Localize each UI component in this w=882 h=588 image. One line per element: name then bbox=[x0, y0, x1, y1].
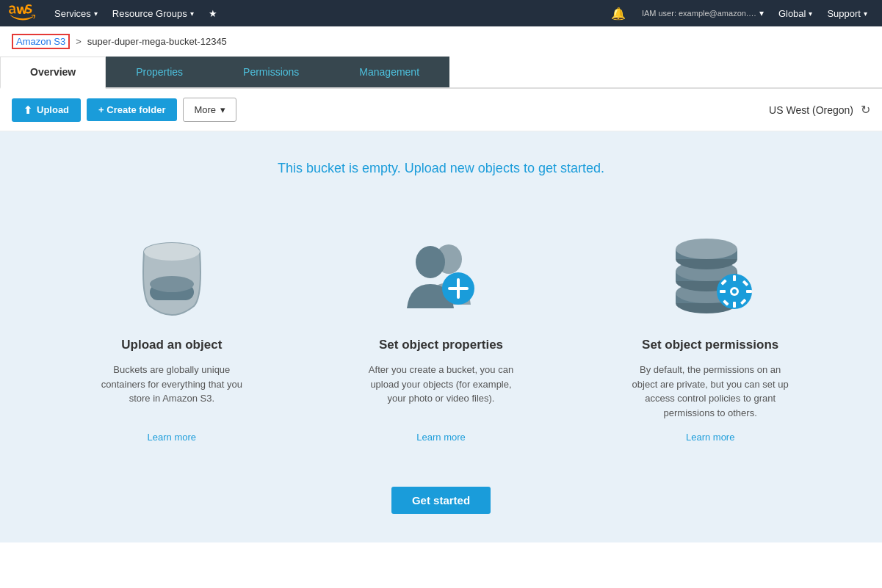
amazon-s3-link[interactable]: Amazon S3 bbox=[12, 34, 70, 49]
bucket-name: super-duper-mega-bucket-12345 bbox=[87, 36, 227, 47]
services-chevron: ▾ bbox=[94, 10, 98, 18]
svg-rect-19 bbox=[733, 275, 736, 281]
svg-point-17 bbox=[676, 239, 737, 259]
user-text: IAM user: example@amazon.com bbox=[642, 9, 759, 18]
card1-learn-more[interactable]: Learn more bbox=[148, 432, 196, 443]
card1-title: Upload an object bbox=[121, 338, 222, 352]
set-properties-icon bbox=[394, 228, 489, 323]
upload-object-icon bbox=[124, 228, 220, 323]
tab-properties[interactable]: Properties bbox=[106, 57, 213, 87]
upload-icon: ⬆ bbox=[24, 104, 32, 116]
empty-bucket-message: This bucket is empty. Upload new objects… bbox=[278, 161, 604, 176]
region-label: US West (Oregon) bbox=[769, 104, 853, 116]
more-chevron-icon: ▾ bbox=[220, 104, 225, 115]
main-content: This bucket is empty. Upload new objects… bbox=[0, 131, 882, 542]
resource-groups-chevron: ▾ bbox=[190, 10, 194, 18]
upload-button[interactable]: ⬆ Upload bbox=[12, 98, 81, 122]
svg-point-29 bbox=[732, 289, 737, 294]
breadcrumb: Amazon S3 > super-duper-mega-bucket-1234… bbox=[0, 26, 882, 57]
tab-permissions[interactable]: Permissions bbox=[213, 57, 329, 87]
card2-title: Set object properties bbox=[379, 338, 503, 352]
card1-description: Buckets are globally unique containers f… bbox=[91, 363, 253, 406]
svg-rect-8 bbox=[448, 287, 469, 290]
more-button[interactable]: More ▾ bbox=[183, 98, 236, 122]
svg-rect-22 bbox=[746, 290, 752, 293]
svg-rect-21 bbox=[720, 290, 726, 293]
nav-right: 🔔 IAM user: example@amazon.com ▾ Global … bbox=[602, 0, 875, 26]
top-navigation: Services ▾ Resource Groups ▾ ★ 🔔 IAM use… bbox=[0, 0, 882, 26]
create-folder-button[interactable]: + Create folder bbox=[87, 98, 177, 121]
support-chevron: ▾ bbox=[864, 10, 867, 18]
support-menu[interactable]: Support ▾ bbox=[820, 0, 875, 26]
svg-point-5 bbox=[416, 246, 445, 278]
user-chevron: ▾ bbox=[759, 8, 764, 18]
feature-cards: Upload an object Buckets are globally un… bbox=[37, 213, 845, 457]
tabs-container: Overview Properties Permissions Manageme… bbox=[0, 57, 882, 89]
star-icon: ★ bbox=[209, 8, 217, 19]
properties-card: Set object properties After you create a… bbox=[306, 213, 576, 457]
toolbar: ⬆ Upload + Create folder More ▾ US West … bbox=[0, 89, 882, 131]
breadcrumb-separator: > bbox=[76, 36, 82, 47]
region-display: US West (Oregon) ↻ bbox=[769, 103, 870, 117]
tab-management[interactable]: Management bbox=[329, 57, 449, 87]
upload-card: Upload an object Buckets are globally un… bbox=[37, 213, 307, 457]
services-nav[interactable]: Services ▾ bbox=[47, 0, 105, 26]
resource-groups-nav[interactable]: Resource Groups ▾ bbox=[105, 0, 201, 26]
card3-description: By default, the permissions on an object… bbox=[629, 363, 791, 420]
bookmarks-nav[interactable]: ★ bbox=[201, 0, 225, 26]
svg-point-1 bbox=[144, 243, 200, 261]
refresh-icon[interactable]: ↻ bbox=[861, 103, 870, 117]
aws-logo[interactable] bbox=[7, 4, 35, 22]
permissions-card: Set object permissions By default, the p… bbox=[576, 213, 845, 457]
card2-description: After you create a bucket, you can uploa… bbox=[361, 363, 522, 406]
bell-icon[interactable]: 🔔 bbox=[602, 7, 635, 21]
svg-rect-20 bbox=[733, 302, 736, 308]
global-chevron: ▾ bbox=[809, 10, 812, 18]
card3-learn-more[interactable]: Learn more bbox=[686, 432, 734, 443]
get-started-button[interactable]: Get started bbox=[391, 487, 491, 514]
card2-learn-more[interactable]: Learn more bbox=[416, 432, 465, 443]
card3-title: Set object permissions bbox=[642, 338, 778, 352]
global-menu[interactable]: Global ▾ bbox=[771, 0, 820, 26]
tab-overview[interactable]: Overview bbox=[0, 57, 106, 89]
svg-point-3 bbox=[150, 276, 194, 292]
set-permissions-icon bbox=[662, 228, 758, 323]
user-menu[interactable]: IAM user: example@amazon.com ▾ bbox=[635, 8, 771, 18]
